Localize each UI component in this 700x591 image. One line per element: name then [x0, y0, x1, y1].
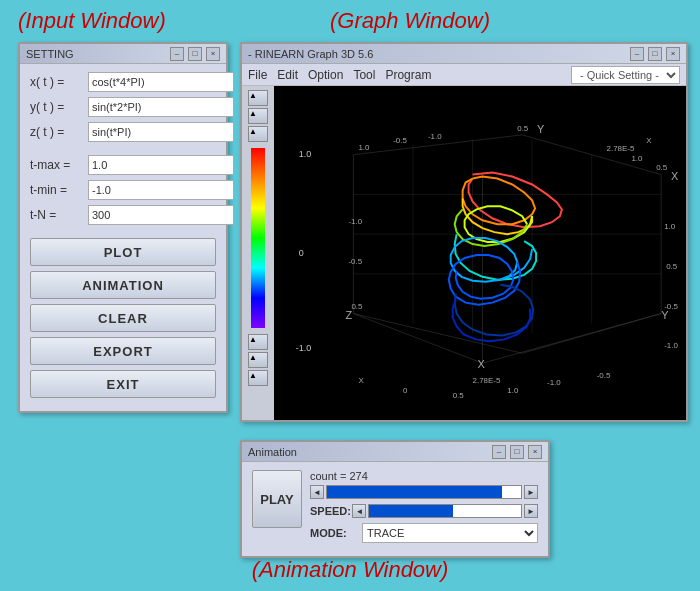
plot-button[interactable]: PLOT — [30, 238, 216, 266]
graph-canvas: Y X X Z Y 1.0 0 -1.0 1.0 0.5 -0.5 -1.0 0… — [274, 86, 686, 420]
menu-tool[interactable]: Tool — [353, 68, 375, 82]
tmin-input[interactable] — [88, 180, 234, 200]
x-input[interactable] — [88, 72, 234, 92]
menu-bar: File Edit Option Tool Program - Quick Se… — [242, 64, 686, 86]
mode-label: MODE: — [310, 527, 362, 539]
anim-window-controls: – □ × — [492, 445, 542, 459]
menu-file[interactable]: File — [248, 68, 267, 82]
speed-track[interactable] — [368, 504, 522, 518]
speed-left-arrow[interactable]: ◄ — [352, 504, 366, 518]
tmax-field-row: t-max = — [30, 155, 216, 175]
progress-fill — [327, 486, 502, 498]
speed-row: SPEED: ◄ ► — [310, 504, 538, 518]
svg-text:1.0: 1.0 — [358, 143, 370, 152]
sidebar-btn-4[interactable]: ▲ — [248, 334, 268, 350]
graph-window-title: - RINEARN Graph 3D 5.6 — [248, 48, 373, 60]
anim-close-button[interactable]: × — [528, 445, 542, 459]
svg-text:X: X — [478, 358, 486, 370]
graph-main-area: ▲ ▲ ▲ ▲ ▲ ▲ — [242, 86, 686, 420]
anim-minimize-button[interactable]: – — [492, 445, 506, 459]
graph-sidebar: ▲ ▲ ▲ ▲ ▲ ▲ — [242, 86, 274, 420]
svg-text:0.5: 0.5 — [656, 163, 668, 172]
input-window-title: SETTING — [26, 48, 74, 60]
svg-text:0.5: 0.5 — [351, 302, 363, 311]
progress-left-arrow[interactable]: ◄ — [310, 485, 324, 499]
anim-maximize-button[interactable]: □ — [510, 445, 524, 459]
input-window-label: (Input Window) — [18, 8, 166, 34]
anim-controls: count = 274 ◄ ► SPEED: ◄ — [310, 470, 538, 548]
svg-text:1.0: 1.0 — [664, 222, 676, 231]
sidebar-btn-2[interactable]: ▲ — [248, 108, 268, 124]
tn-input[interactable] — [88, 205, 234, 225]
y-label: y( t ) = — [30, 100, 88, 114]
svg-text:0: 0 — [299, 248, 304, 258]
sidebar-btn-5[interactable]: ▲ — [248, 352, 268, 368]
close-button[interactable]: × — [206, 47, 220, 61]
svg-text:-0.5: -0.5 — [348, 257, 362, 266]
sidebar-btn-6[interactable]: ▲ — [248, 370, 268, 386]
count-label: count = 274 — [310, 470, 538, 482]
svg-text:X: X — [358, 376, 364, 385]
svg-text:-0.5: -0.5 — [664, 302, 678, 311]
anim-window-title: Animation — [248, 446, 297, 458]
svg-text:-1.0: -1.0 — [428, 132, 442, 141]
exit-button[interactable]: EXIT — [30, 370, 216, 398]
y-input[interactable] — [88, 97, 234, 117]
svg-text:-1.0: -1.0 — [547, 378, 561, 387]
svg-text:-0.5: -0.5 — [393, 136, 407, 145]
input-title-bar: SETTING – □ × — [20, 44, 226, 64]
graph-window: - RINEARN Graph 3D 5.6 – □ × File Edit O… — [240, 42, 688, 422]
svg-text:1.0: 1.0 — [299, 149, 311, 159]
input-window: SETTING – □ × x( t ) = y( t ) = z( t ) =… — [18, 42, 228, 413]
z-input[interactable] — [88, 122, 234, 142]
z-label: z( t ) = — [30, 125, 88, 139]
svg-text:2.78E-5: 2.78E-5 — [607, 144, 635, 153]
mode-row: MODE: TRACE LOOP BOUNCE — [310, 523, 538, 543]
svg-text:0.5: 0.5 — [666, 262, 678, 271]
anim-title-bar: Animation – □ × — [242, 442, 548, 462]
minimize-button[interactable]: – — [170, 47, 184, 61]
animation-window: Animation – □ × PLAY count = 274 ◄ ► — [240, 440, 550, 558]
progress-right-arrow[interactable]: ► — [524, 485, 538, 499]
mode-select[interactable]: TRACE LOOP BOUNCE — [362, 523, 538, 543]
animation-button[interactable]: ANIMATION — [30, 271, 216, 299]
quick-setting-dropdown[interactable]: - Quick Setting - — [571, 66, 680, 84]
tmin-label: t-min = — [30, 183, 88, 197]
speed-container: ◄ ► — [352, 504, 538, 518]
graph-maximize-button[interactable]: □ — [648, 47, 662, 61]
graph-close-button[interactable]: × — [666, 47, 680, 61]
sidebar-btn-3[interactable]: ▲ — [248, 126, 268, 142]
svg-text:-0.5: -0.5 — [597, 371, 611, 380]
tmax-input[interactable] — [88, 155, 234, 175]
progress-row: ◄ ► — [310, 485, 538, 499]
menu-edit[interactable]: Edit — [277, 68, 298, 82]
sidebar-btn-1[interactable]: ▲ — [248, 90, 268, 106]
svg-text:-1.0: -1.0 — [296, 343, 311, 353]
svg-text:X: X — [671, 170, 679, 182]
svg-text:-1.0: -1.0 — [348, 217, 362, 226]
svg-text:1.0: 1.0 — [631, 154, 643, 163]
menu-option[interactable]: Option — [308, 68, 343, 82]
export-button[interactable]: EXPORT — [30, 337, 216, 365]
speed-label: SPEED: — [310, 505, 352, 517]
svg-text:0.5: 0.5 — [517, 124, 529, 133]
svg-text:1.0: 1.0 — [507, 386, 519, 395]
svg-text:0: 0 — [403, 386, 408, 395]
tmin-field-row: t-min = — [30, 180, 216, 200]
progress-track[interactable] — [326, 485, 522, 499]
x-field-row: x( t ) = — [30, 72, 216, 92]
speed-fill — [369, 505, 452, 517]
clear-button[interactable]: CLEAR — [30, 304, 216, 332]
menu-program[interactable]: Program — [385, 68, 431, 82]
input-window-controls: – □ × — [170, 47, 220, 61]
svg-text:Y: Y — [537, 123, 545, 135]
svg-text:-1.0: -1.0 — [664, 341, 678, 350]
graph-minimize-button[interactable]: – — [630, 47, 644, 61]
graph-window-label: (Graph Window) — [330, 8, 490, 34]
play-button[interactable]: PLAY — [252, 470, 302, 528]
tn-field-row: t-N = — [30, 205, 216, 225]
anim-content: PLAY count = 274 ◄ ► SPEED: ◄ — [242, 462, 548, 556]
progress-container: ◄ ► — [310, 485, 538, 499]
maximize-button[interactable]: □ — [188, 47, 202, 61]
speed-right-arrow[interactable]: ► — [524, 504, 538, 518]
